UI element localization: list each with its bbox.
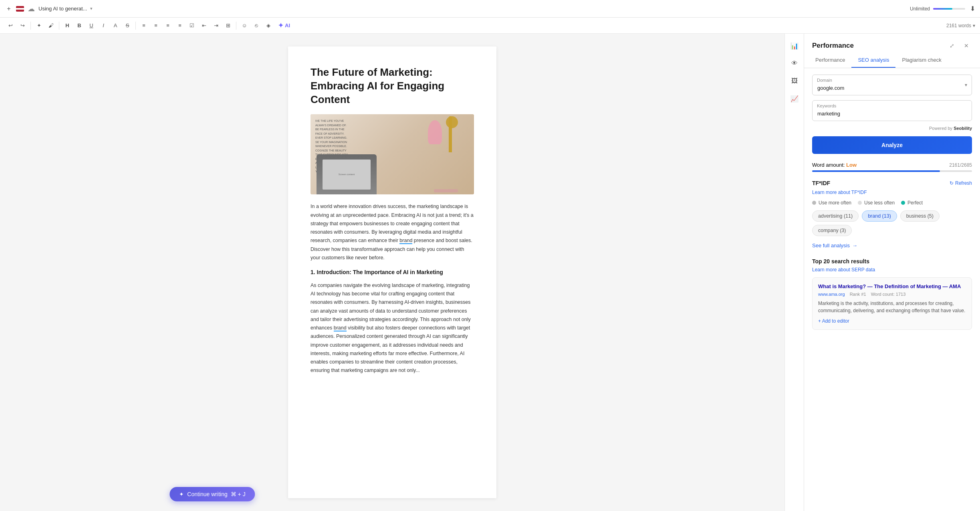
search-result-card: What is Marketing? — The Definition of M… (812, 277, 972, 330)
bold-button[interactable]: B (74, 20, 85, 31)
undo-button[interactable]: ↩ (5, 20, 16, 31)
book-illustration (434, 189, 458, 192)
topbar-right: Unlimited ⬇ (910, 5, 975, 12)
filename-dropdown-arrow[interactable]: ▾ (90, 6, 93, 11)
align-center-button[interactable]: ≡ (150, 20, 161, 31)
ordered-list-button[interactable]: ≡ (162, 20, 173, 31)
continue-writing-label: Continue writing (187, 491, 227, 497)
see-full-arrow-icon: → (852, 242, 857, 248)
performance-tabs: Performance SEO analysis Plagiarism chec… (804, 53, 980, 68)
paint-format-button[interactable]: 🖌 (45, 20, 56, 31)
word-count-display[interactable]: 2161 words ▾ (946, 23, 975, 28)
legend-dot-use-less (858, 201, 862, 205)
sidebar-eye-icon[interactable]: 👁 (787, 56, 802, 71)
continue-writing-icon: ✦ (179, 491, 184, 497)
legend-label-use-less: Use less often (864, 200, 895, 206)
editor-page: The Future of Marketing: Embracing AI fo… (288, 46, 496, 498)
italic-button[interactable]: I (98, 20, 109, 31)
editor-title[interactable]: The Future of Marketing: Embracing AI fo… (311, 66, 474, 106)
see-full-analysis-label: See full analysis (812, 242, 850, 248)
word-progress-fill (812, 170, 940, 172)
flag-icon (16, 6, 24, 12)
panel-close-button[interactable]: ✕ (961, 40, 972, 51)
underline-button[interactable]: U (86, 20, 97, 31)
strikethrough-button[interactable]: S (122, 20, 133, 31)
outdent-button[interactable]: ⇤ (198, 20, 210, 31)
panel-content: Domain google.com ▾ Keywords Powered by … (804, 68, 980, 511)
continue-writing-button[interactable]: ✦ Continue writing ⌘ + J (169, 487, 255, 501)
analyze-button[interactable]: Analyze (812, 136, 972, 154)
legend-dot-perfect (901, 201, 905, 205)
chip-advertising[interactable]: advertising (11) (812, 210, 859, 222)
word-amount-count: 2161/2685 (949, 162, 972, 168)
sidebar-chart-icon[interactable]: 📈 (787, 91, 802, 106)
tab-plagiarism-check[interactable]: Plagiarism check (895, 53, 948, 68)
see-full-analysis-link[interactable]: See full analysis → (812, 242, 972, 248)
word-amount-status: Low (846, 162, 857, 168)
unordered-list-button[interactable]: ≡ (174, 20, 186, 31)
sidebar-icons: 📊 👁 🖼 📈 (784, 34, 804, 511)
add-to-editor-button[interactable]: + Add to editor (818, 318, 966, 324)
editor-body[interactable]: In a world where innovation drives succe… (311, 202, 474, 375)
result-title: What is Marketing? — The Definition of M… (818, 283, 966, 289)
panel-title: Performance (812, 42, 854, 50)
intro-paragraph: In a world where innovation drives succe… (311, 202, 474, 262)
chip-brand[interactable]: brand (13) (862, 210, 897, 222)
share-button[interactable]: ⎋ (251, 20, 262, 31)
tfidf-learn-link[interactable]: Learn more about TF*IDF (812, 190, 972, 195)
result-url[interactable]: www.ama.org (818, 292, 845, 297)
result-rank: Rank #1 (850, 292, 866, 297)
tfidf-legend: Use more often Use less often Perfect (812, 200, 972, 206)
serp-learn-link[interactable]: Learn more about SERP data (812, 267, 972, 273)
section1-paragraph: As companies navigate the evolving lands… (311, 281, 474, 375)
editor-area[interactable]: The Future of Marketing: Embracing AI fo… (0, 34, 784, 511)
domain-select[interactable]: google.com (812, 75, 972, 95)
tag-button[interactable]: ◈ (263, 20, 274, 31)
indent-button[interactable]: ⇥ (210, 20, 222, 31)
panel-header: Performance ⤢ ✕ (804, 34, 980, 51)
download-icon[interactable]: ⬇ (970, 5, 975, 12)
add-icon[interactable]: + (5, 5, 13, 13)
progress-fill (933, 8, 952, 10)
keywords-input-group: Keywords (812, 100, 972, 121)
tab-seo-analysis[interactable]: SEO analysis (851, 53, 895, 68)
keywords-label: Keywords (817, 103, 836, 108)
powered-by-prefix: Powered by (929, 126, 952, 131)
toolbar: ↩ ↪ ✦ 🖌 H B U I A S ≡ ≡ ≡ ≡ ☑ ⇤ ⇥ ⊞ ☺ ⎋ … (0, 18, 980, 34)
chip-business[interactable]: business (5) (900, 210, 940, 222)
powered-by-brand: Seobility (954, 126, 972, 131)
heading-button[interactable]: H (62, 20, 73, 31)
cloud-icon[interactable]: ☁ (27, 5, 35, 13)
tab-performance[interactable]: Performance (809, 53, 851, 68)
align-left-button[interactable]: ≡ (138, 20, 149, 31)
ai-star-icon: ✦ (278, 22, 283, 29)
format-clear-button[interactable]: ✦ (33, 20, 44, 31)
sidebar-performance-icon[interactable]: 📊 (787, 38, 802, 53)
task-list-button[interactable]: ☑ (186, 20, 198, 31)
toolbar-divider-4 (236, 22, 236, 30)
word-amount-row: Word amount: Low 2161/2685 (812, 162, 972, 168)
word-count-arrow: ▾ (973, 23, 975, 28)
topbar-left: + ☁ Using AI to generat... ▾ (5, 5, 907, 13)
chip-company[interactable]: company (3) (812, 225, 852, 236)
sidebar-image-icon[interactable]: 🖼 (787, 74, 802, 88)
emoji-button[interactable]: ☺ (239, 20, 250, 31)
ai-button[interactable]: ✦ AI (275, 20, 293, 31)
keyword-chips: advertising (11) brand (13) business (5)… (812, 210, 972, 236)
filename-label: Using AI to generat... (38, 6, 87, 12)
refresh-button[interactable]: ↻ Refresh (950, 180, 972, 186)
toolbar-divider-1 (30, 22, 31, 30)
brand-highlight-2: brand (334, 325, 347, 331)
table-button[interactable]: ⊞ (222, 20, 234, 31)
result-word-count: Word count: 1713 (871, 292, 906, 297)
article-image: IVE THE LIFE YOU'VEALWAYS DREAMED OF.BE … (311, 114, 474, 194)
top-results-title: Top 20 search results (812, 258, 869, 265)
refresh-icon: ↻ (950, 180, 954, 186)
highlight-button[interactable]: A (110, 20, 121, 31)
panel-expand-button[interactable]: ⤢ (946, 40, 958, 51)
refresh-label: Refresh (955, 180, 972, 186)
continue-writing-bar: ✦ Continue writing ⌘ + J (169, 487, 255, 501)
redo-button[interactable]: ↪ (17, 20, 28, 31)
flowers-illustration (428, 120, 442, 144)
top-results-header: Top 20 search results (812, 258, 972, 265)
